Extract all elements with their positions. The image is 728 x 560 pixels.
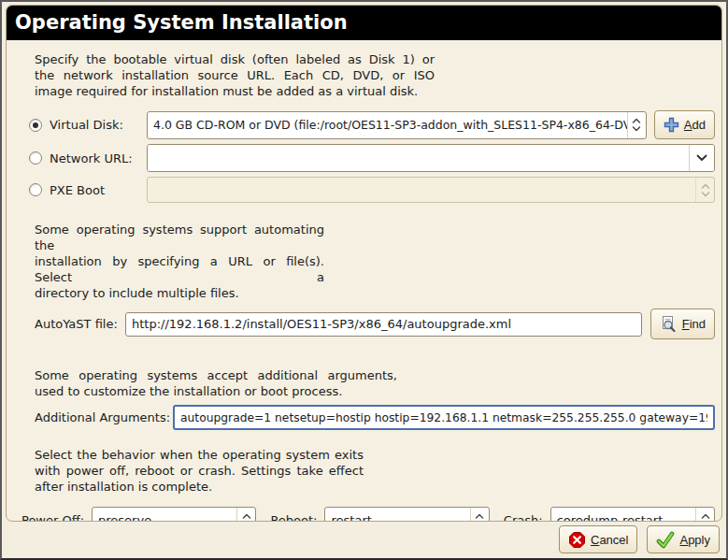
find-icon (660, 315, 678, 333)
cancel-icon (568, 531, 586, 549)
os-installation-dialog: Operating System Installation Specify th… (0, 0, 728, 560)
reboot-label: Reboot: (270, 513, 317, 523)
pxe-boot-label: PXE Boot (50, 183, 105, 197)
cancel-button-label: Cancel (591, 533, 628, 547)
pxe-boot-row: PXE Boot (29, 177, 715, 203)
pxe-boot-select-disabled (147, 177, 715, 203)
autoyast-row: AutoYaST file: Find (29, 309, 715, 339)
find-button[interactable]: Find (650, 309, 715, 339)
virtual-disk-label: Virtual Disk: (50, 118, 123, 132)
network-url-input[interactable] (148, 145, 689, 171)
autoyast-intro-text: Some operating systems support automatin… (35, 222, 324, 301)
spinner-icon (470, 508, 489, 522)
network-url-row: Network URL: (29, 144, 715, 172)
content-frame: Operating System Installation Specify th… (6, 5, 722, 522)
reboot-select[interactable]: restart (324, 507, 489, 522)
network-url-label: Network URL: (50, 151, 133, 165)
network-url-radio-option[interactable]: Network URL: (29, 151, 147, 165)
additional-arguments-row: Additional Arguments: (29, 405, 715, 430)
find-button-label: Find (682, 317, 706, 331)
lifecycle-intro-text: Select the behavior when the operating s… (35, 447, 364, 495)
intro-text: Specify the bootable virtual disk (often… (35, 51, 435, 99)
pxe-boot-radio-option[interactable]: PXE Boot (29, 183, 147, 197)
lifecycle-row: Power Off: preserve Reboot: restart Cras… (21, 507, 715, 522)
dialog-actions: Cancel Apply (559, 525, 720, 553)
crash-select[interactable]: coredump-restart (550, 507, 715, 522)
spinner-icon (695, 508, 714, 522)
virtual-disk-select[interactable]: 4.0 GB CD-ROM or DVD (file:/root/OES11-S… (147, 111, 647, 139)
arguments-intro-text: Some operating systems accept additional… (35, 367, 397, 399)
autoyast-file-input[interactable] (125, 312, 642, 337)
additional-arguments-label: Additional Arguments: (29, 410, 173, 424)
add-button[interactable]: Add (654, 110, 715, 139)
spinner-icon (236, 508, 255, 522)
virtual-disk-row: Virtual Disk: 4.0 GB CD-ROM or DVD (file… (29, 110, 715, 139)
network-url-radio[interactable] (29, 151, 42, 165)
plus-icon (664, 117, 679, 133)
cancel-button[interactable]: Cancel (559, 525, 637, 553)
spinner-icon[interactable] (627, 112, 646, 138)
crash-label: Crash: (504, 513, 543, 523)
chevron-down-icon[interactable] (689, 145, 714, 171)
apply-icon (656, 531, 675, 549)
apply-button-label: Apply (679, 533, 710, 547)
network-url-combo-entry (147, 144, 715, 172)
power-off-label: Power Off: (21, 513, 84, 523)
apply-button[interactable]: Apply (647, 525, 720, 553)
power-off-select[interactable]: preserve (92, 507, 256, 522)
page-title: Operating System Installation (7, 6, 721, 40)
spinner-icon (695, 178, 714, 202)
additional-arguments-input[interactable] (173, 405, 715, 430)
autoyast-file-label: AutoYaST file: (29, 317, 125, 331)
pxe-boot-radio[interactable] (29, 183, 42, 196)
virtual-disk-radio[interactable] (29, 119, 42, 132)
virtual-disk-radio-option[interactable]: Virtual Disk: (29, 118, 147, 132)
add-button-label: Add (684, 118, 706, 132)
